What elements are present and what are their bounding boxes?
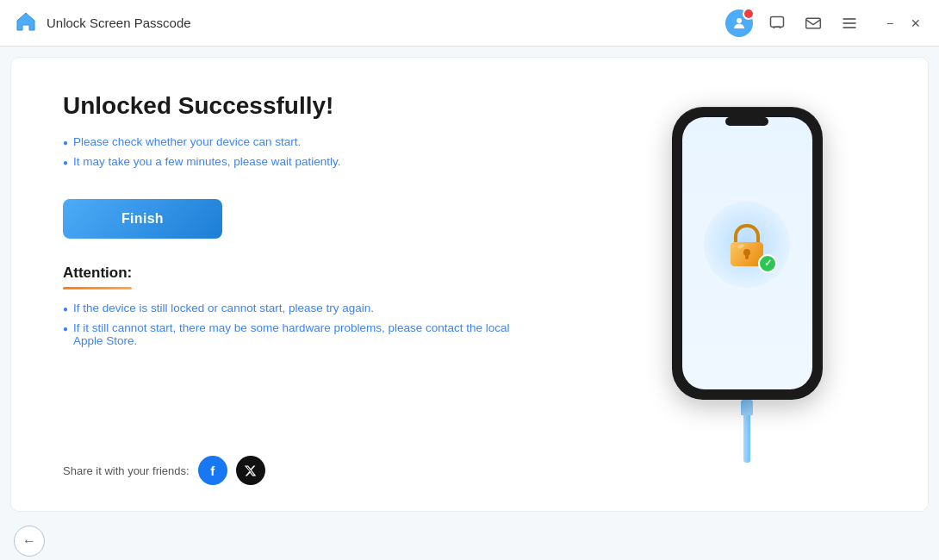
success-bullet-list: Please check whether your device can sta… (63, 135, 523, 175)
left-panel: Unlocked Successfully! Please check whet… (11, 58, 566, 511)
success-title: Unlocked Successfully! (63, 92, 523, 120)
share-row: Share it with your friends: f (63, 439, 523, 485)
content-card: Unlocked Successfully! Please check whet… (10, 57, 929, 512)
minimize-button[interactable]: − (880, 14, 899, 33)
attention-underline (63, 287, 132, 289)
svg-rect-2 (806, 18, 821, 28)
lock-success-icon (722, 220, 772, 270)
share-label: Share it with your friends: (63, 464, 190, 477)
svg-rect-9 (745, 252, 749, 259)
right-panel (566, 58, 928, 511)
attention-item-2: If it still cannot start, there may be s… (63, 321, 523, 347)
facebook-share-button[interactable]: f (198, 456, 227, 485)
check-badge (758, 254, 777, 273)
bottom-bar: ← (0, 522, 939, 560)
title-bar-left: Unlock Screen Passcode (14, 9, 725, 37)
phone-screen (682, 117, 812, 389)
title-bar: Unlock Screen Passcode (0, 0, 939, 47)
cable-wire (743, 415, 750, 463)
phone-illustration (672, 107, 823, 463)
menu-icon[interactable] (837, 11, 861, 35)
attention-list: If the device is still locked or cannot … (63, 302, 523, 347)
close-button[interactable]: ✕ (906, 14, 925, 33)
svg-rect-1 (771, 16, 784, 27)
cable-connector (741, 400, 753, 415)
phone-notch (725, 117, 768, 126)
lock-body (722, 220, 772, 270)
home-icon[interactable] (14, 9, 38, 37)
bullet-item-2: It may take you a few minutes, please wa… (63, 155, 523, 168)
mail-icon[interactable] (801, 11, 825, 35)
usb-cable (737, 400, 756, 463)
back-button[interactable]: ← (14, 526, 45, 557)
app-title: Unlock Screen Passcode (47, 16, 191, 30)
main-wrapper: Unlocked Successfully! Please check whet… (0, 47, 939, 522)
phone-frame (672, 107, 823, 400)
finish-button[interactable]: Finish (63, 199, 222, 239)
attention-label: Attention: (63, 264, 523, 282)
attention-section: Attention: If the device is still locked… (63, 264, 523, 354)
attention-item-1: If the device is still locked or cannot … (63, 302, 523, 314)
svg-point-0 (737, 18, 742, 23)
twitter-share-button[interactable] (236, 456, 265, 485)
window-controls: − ✕ (880, 14, 925, 33)
user-profile-icon[interactable] (725, 9, 753, 37)
bullet-item-1: Please check whether your device can sta… (63, 135, 523, 148)
title-bar-right: − ✕ (725, 9, 925, 37)
chat-icon[interactable] (765, 11, 789, 35)
